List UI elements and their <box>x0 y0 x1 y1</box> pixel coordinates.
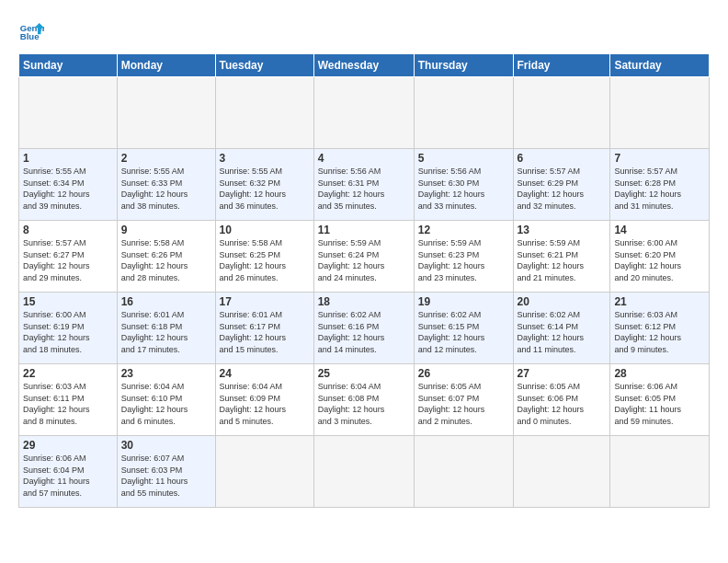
day-number: 20 <box>518 295 607 308</box>
day-info: Sunrise: 5:56 AMSunset: 6:31 PMDaylight:… <box>318 166 410 212</box>
day-number: 30 <box>121 439 211 452</box>
day-cell-19: 19Sunrise: 6:02 AMSunset: 6:15 PMDayligh… <box>414 293 513 364</box>
day-cell-9: 9Sunrise: 5:58 AMSunset: 6:26 PMDaylight… <box>117 221 215 293</box>
empty-cell <box>215 436 313 508</box>
weekday-header-sunday: Sunday <box>19 54 118 77</box>
day-cell-26: 26Sunrise: 6:05 AMSunset: 6:07 PMDayligh… <box>414 364 513 436</box>
day-info: Sunrise: 6:04 AMSunset: 6:09 PMDaylight:… <box>220 381 310 427</box>
day-number: 4 <box>318 152 410 165</box>
day-cell-17: 17Sunrise: 6:01 AMSunset: 6:17 PMDayligh… <box>215 293 313 364</box>
day-info: Sunrise: 5:58 AMSunset: 6:26 PMDaylight:… <box>121 237 211 283</box>
day-info: Sunrise: 5:56 AMSunset: 6:30 PMDaylight:… <box>418 166 509 212</box>
day-info: Sunrise: 6:01 AMSunset: 6:18 PMDaylight:… <box>121 309 211 355</box>
day-cell-21: 21Sunrise: 6:03 AMSunset: 6:12 PMDayligh… <box>610 293 710 364</box>
day-number: 6 <box>518 152 607 165</box>
day-info: Sunrise: 5:58 AMSunset: 6:25 PMDaylight:… <box>220 237 310 283</box>
day-number: 21 <box>614 295 705 308</box>
day-number: 26 <box>418 367 509 380</box>
day-info: Sunrise: 6:02 AMSunset: 6:16 PMDaylight:… <box>318 309 410 355</box>
day-info: Sunrise: 6:02 AMSunset: 6:14 PMDaylight:… <box>518 309 607 355</box>
day-info: Sunrise: 5:57 AMSunset: 6:27 PMDaylight:… <box>23 237 113 283</box>
empty-cell <box>610 436 710 508</box>
day-cell-28: 28Sunrise: 6:06 AMSunset: 6:05 PMDayligh… <box>610 364 710 436</box>
day-number: 7 <box>614 152 705 165</box>
day-info: Sunrise: 5:57 AMSunset: 6:28 PMDaylight:… <box>614 166 705 212</box>
day-info: Sunrise: 6:05 AMSunset: 6:07 PMDaylight:… <box>418 381 509 427</box>
day-info: Sunrise: 5:59 AMSunset: 6:21 PMDaylight:… <box>518 237 607 283</box>
empty-cell <box>19 77 118 149</box>
weekday-header-tuesday: Tuesday <box>215 54 313 77</box>
day-number: 28 <box>614 367 705 380</box>
day-cell-10: 10Sunrise: 5:58 AMSunset: 6:25 PMDayligh… <box>215 221 313 293</box>
day-info: Sunrise: 6:06 AMSunset: 6:05 PMDaylight:… <box>614 381 705 427</box>
day-cell-22: 22Sunrise: 6:03 AMSunset: 6:11 PMDayligh… <box>19 364 118 436</box>
logo: General Blue <box>18 17 44 42</box>
weekday-header-wednesday: Wednesday <box>313 54 414 77</box>
weekday-header-friday: Friday <box>513 54 610 77</box>
day-number: 11 <box>318 224 410 236</box>
day-info: Sunrise: 6:05 AMSunset: 6:06 PMDaylight:… <box>518 381 607 427</box>
day-cell-20: 20Sunrise: 6:02 AMSunset: 6:14 PMDayligh… <box>513 293 610 364</box>
empty-cell <box>610 77 710 149</box>
day-info: Sunrise: 5:55 AMSunset: 6:32 PMDaylight:… <box>220 166 310 212</box>
day-number: 10 <box>220 224 310 236</box>
day-cell-29: 29Sunrise: 6:06 AMSunset: 6:04 PMDayligh… <box>19 436 118 508</box>
day-info: Sunrise: 6:00 AMSunset: 6:20 PMDaylight:… <box>614 237 705 283</box>
svg-text:Blue: Blue <box>20 31 40 41</box>
day-info: Sunrise: 6:02 AMSunset: 6:15 PMDaylight:… <box>418 309 509 355</box>
day-cell-12: 12Sunrise: 5:59 AMSunset: 6:23 PMDayligh… <box>414 221 513 293</box>
calendar-table: SundayMondayTuesdayWednesdayThursdayFrid… <box>18 53 710 508</box>
day-cell-27: 27Sunrise: 6:05 AMSunset: 6:06 PMDayligh… <box>513 364 610 436</box>
day-cell-11: 11Sunrise: 5:59 AMSunset: 6:24 PMDayligh… <box>313 221 414 293</box>
day-number: 29 <box>23 439 113 452</box>
day-number: 13 <box>518 224 607 236</box>
day-number: 8 <box>23 224 113 236</box>
empty-cell <box>313 436 414 508</box>
day-number: 23 <box>121 367 211 380</box>
day-number: 25 <box>318 367 410 380</box>
empty-cell <box>414 77 513 149</box>
day-info: Sunrise: 6:01 AMSunset: 6:17 PMDaylight:… <box>220 309 310 355</box>
day-cell-6: 6Sunrise: 5:57 AMSunset: 6:29 PMDaylight… <box>513 149 610 221</box>
day-cell-5: 5Sunrise: 5:56 AMSunset: 6:30 PMDaylight… <box>414 149 513 221</box>
day-info: Sunrise: 5:57 AMSunset: 6:29 PMDaylight:… <box>518 166 607 212</box>
day-number: 24 <box>220 367 310 380</box>
day-info: Sunrise: 6:00 AMSunset: 6:19 PMDaylight:… <box>23 309 113 355</box>
day-cell-8: 8Sunrise: 5:57 AMSunset: 6:27 PMDaylight… <box>19 221 118 293</box>
day-info: Sunrise: 6:04 AMSunset: 6:10 PMDaylight:… <box>121 381 211 427</box>
day-info: Sunrise: 6:03 AMSunset: 6:11 PMDaylight:… <box>23 381 113 427</box>
day-number: 1 <box>23 152 113 165</box>
empty-cell <box>414 436 513 508</box>
empty-cell <box>513 436 610 508</box>
day-cell-7: 7Sunrise: 5:57 AMSunset: 6:28 PMDaylight… <box>610 149 710 221</box>
weekday-header-thursday: Thursday <box>414 54 513 77</box>
day-number: 5 <box>418 152 509 165</box>
day-cell-13: 13Sunrise: 5:59 AMSunset: 6:21 PMDayligh… <box>513 221 610 293</box>
day-number: 16 <box>121 295 211 308</box>
day-number: 27 <box>518 367 607 380</box>
day-number: 19 <box>418 295 509 308</box>
empty-cell <box>117 77 215 149</box>
day-number: 14 <box>614 224 705 236</box>
day-cell-16: 16Sunrise: 6:01 AMSunset: 6:18 PMDayligh… <box>117 293 215 364</box>
empty-cell <box>513 77 610 149</box>
day-info: Sunrise: 6:07 AMSunset: 6:03 PMDaylight:… <box>121 453 211 499</box>
day-info: Sunrise: 5:55 AMSunset: 6:34 PMDaylight:… <box>23 166 113 212</box>
day-info: Sunrise: 5:59 AMSunset: 6:24 PMDaylight:… <box>318 237 410 283</box>
logo-icon: General Blue <box>18 17 44 42</box>
day-number: 9 <box>121 224 211 236</box>
empty-cell <box>215 77 313 149</box>
day-info: Sunrise: 6:06 AMSunset: 6:04 PMDaylight:… <box>23 453 113 499</box>
day-cell-30: 30Sunrise: 6:07 AMSunset: 6:03 PMDayligh… <box>117 436 215 508</box>
day-number: 17 <box>220 295 310 308</box>
day-cell-2: 2Sunrise: 5:55 AMSunset: 6:33 PMDaylight… <box>117 149 215 221</box>
day-cell-15: 15Sunrise: 6:00 AMSunset: 6:19 PMDayligh… <box>19 293 118 364</box>
day-cell-14: 14Sunrise: 6:00 AMSunset: 6:20 PMDayligh… <box>610 221 710 293</box>
day-number: 2 <box>121 152 211 165</box>
weekday-header-saturday: Saturday <box>610 54 710 77</box>
weekday-header-monday: Monday <box>117 54 215 77</box>
day-info: Sunrise: 6:03 AMSunset: 6:12 PMDaylight:… <box>614 309 705 355</box>
day-number: 15 <box>23 295 113 308</box>
day-number: 12 <box>418 224 509 236</box>
day-cell-1: 1Sunrise: 5:55 AMSunset: 6:34 PMDaylight… <box>19 149 118 221</box>
